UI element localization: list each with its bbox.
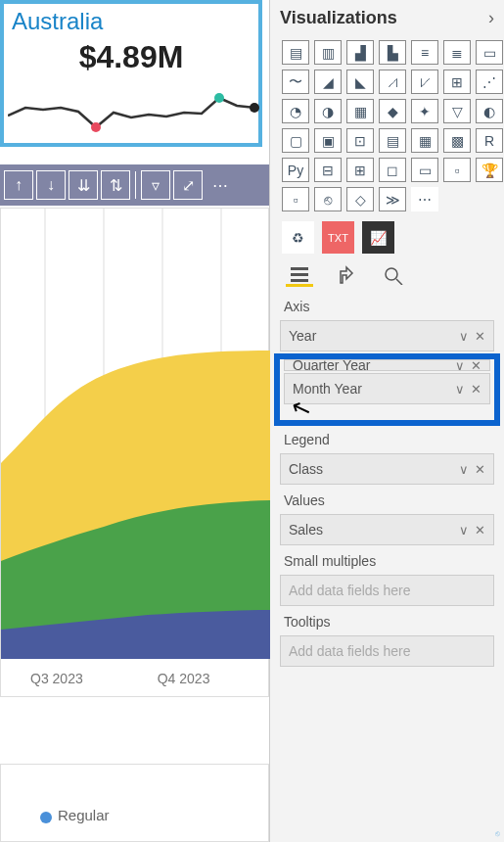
viz-smart-narrative[interactable]: ▭	[411, 158, 438, 182]
sort-all-desc-icon[interactable]: ⇊	[69, 170, 98, 200]
chevron-down-icon[interactable]: ∨	[455, 359, 465, 371]
viz-stacked-area[interactable]: ◣	[346, 70, 374, 94]
viz-multi-row-card[interactable]: ▣	[314, 128, 342, 153]
viz-trophy[interactable]: 🏆	[476, 158, 503, 182]
viz-ellipsis[interactable]: ⋯	[411, 187, 438, 211]
format-tab[interactable]	[333, 263, 360, 287]
viz-map[interactable]: ◆	[379, 99, 406, 123]
remove-field-icon[interactable]: ✕	[475, 523, 485, 538]
viz-waterfall[interactable]: ⊞	[443, 70, 471, 94]
viz-slicer[interactable]: ▤	[379, 128, 406, 153]
sort-desc-icon[interactable]: ↓	[36, 170, 66, 200]
values-field-sales[interactable]: Sales ∨✕	[280, 514, 494, 545]
viz-area[interactable]: ◢	[314, 70, 342, 94]
fields-tab[interactable]	[286, 263, 313, 287]
viz-pie[interactable]: ◔	[282, 99, 309, 123]
viz-clustered-column[interactable]: ▙	[379, 40, 406, 65]
viz-r-visual[interactable]: R	[476, 128, 503, 153]
viz-stacked-column[interactable]: ▟	[346, 40, 374, 65]
field-label: Class	[289, 461, 323, 477]
viz-donut[interactable]: ◑	[314, 99, 342, 123]
svg-point-2	[250, 103, 259, 113]
viz-power-apps[interactable]: ◇	[346, 187, 374, 211]
sort-toggle-icon[interactable]: ⇅	[101, 170, 130, 200]
filter-icon[interactable]: ▿	[141, 170, 170, 200]
viz-line-clustered[interactable]: ⩘	[379, 70, 406, 94]
remove-field-icon[interactable]: ✕	[475, 329, 485, 344]
visual-toolbar: ↑ ↓ ⇊ ⇅ ▿ ⤢ ⋯	[0, 164, 269, 206]
svg-point-1	[214, 93, 224, 103]
viz-gauge[interactable]: ◐	[476, 99, 503, 123]
watermark: ⎋	[495, 829, 500, 838]
remove-field-icon[interactable]: ✕	[471, 359, 481, 371]
viz-clustered-bar[interactable]: ▥	[314, 40, 342, 65]
field-label: Month Year	[293, 381, 362, 397]
report-canvas: Australia $4.89M ↑ ↓ ⇊ ⇅ ▿ ⤢ ⋯	[0, 0, 269, 842]
viz-table[interactable]: ▦	[411, 128, 438, 153]
viz-stacked-bar[interactable]: ▤	[282, 40, 309, 65]
viz-paginated[interactable]: ▫	[443, 158, 471, 182]
viz-txt-visual[interactable]: TXT	[322, 221, 354, 254]
axis-field-quarter-year[interactable]: Quarter Year ∨✕	[284, 359, 490, 371]
svg-point-0	[91, 122, 101, 132]
viz-stacked-column-100[interactable]: ≣	[443, 40, 471, 65]
viz-line[interactable]: 〜	[282, 70, 309, 94]
viz-more-visuals[interactable]: ≫	[379, 187, 406, 211]
sort-asc-icon[interactable]: ↑	[4, 170, 33, 200]
tooltips-section-label: Tooltips	[270, 608, 504, 633]
legend-visual[interactable]: Regular	[0, 764, 269, 842]
tooltips-dropzone[interactable]: Add data fields here	[280, 635, 494, 667]
viz-key-influencers[interactable]: ⊟	[314, 158, 342, 182]
area-chart-svg	[1, 209, 270, 669]
stacked-area-chart[interactable]: Q3 2023 Q4 2023	[0, 208, 269, 697]
viz-filled-map[interactable]: ✦	[411, 99, 438, 123]
viz-qna[interactable]: ◻	[379, 158, 406, 182]
viz-card[interactable]: ▢	[282, 128, 309, 153]
small-multiples-dropzone[interactable]: Add data fields here	[280, 575, 494, 606]
chevron-down-icon[interactable]: ∨	[459, 462, 469, 477]
legend-field-class[interactable]: Class ∨✕	[280, 453, 494, 485]
viz-matrix[interactable]: ▩	[443, 128, 471, 153]
kpi-card-australia[interactable]: Australia $4.89M	[0, 0, 262, 147]
viz-ai-visual[interactable]: 📈	[362, 221, 394, 254]
analytics-tab[interactable]	[380, 263, 407, 287]
custom-visual-row: ♻TXT📈	[270, 221, 504, 261]
remove-field-icon[interactable]: ✕	[471, 382, 481, 397]
viz-kpi[interactable]: ⊡	[346, 128, 374, 153]
remove-field-icon[interactable]: ✕	[475, 462, 485, 477]
viz-decomposition[interactable]: ⊞	[346, 158, 374, 182]
viz-report[interactable]: ▫	[282, 187, 309, 211]
field-label: Quarter Year	[293, 359, 370, 371]
viz-treemap[interactable]: ▦	[346, 99, 374, 123]
viz-line-stacked[interactable]: ⩗	[411, 70, 438, 94]
viz-scatter[interactable]: ⋰	[476, 70, 503, 94]
legend-section-label: Legend	[270, 426, 504, 451]
field-label: Sales	[289, 522, 323, 538]
kpi-title: Australia	[4, 4, 258, 39]
chevron-down-icon[interactable]: ∨	[455, 382, 465, 397]
viz-stacked-bar-100[interactable]: ≡	[411, 40, 438, 65]
viz-funnel[interactable]: ▽	[443, 99, 471, 123]
more-icon[interactable]: ⋯	[206, 170, 235, 200]
visual-type-grid: ▤▥▟▙≡≣▭〜◢◣⩘⩗⊞⋰◔◑▦◆✦▽◐▢▣⊡▤▦▩RPy⊟⊞◻▭▫🏆▫⎋◇≫…	[270, 36, 504, 221]
axis-section-label: Axis	[270, 293, 504, 318]
viz-ribbon[interactable]: ▭	[476, 40, 503, 65]
legend-label: Regular	[58, 807, 110, 823]
toolbar-sep	[135, 171, 136, 199]
x-axis-labels: Q3 2023 Q4 2023	[1, 671, 268, 686]
axis-field-month-year[interactable]: Month Year ∨✕	[284, 373, 490, 404]
focus-icon[interactable]: ⤢	[173, 170, 203, 200]
viz-refresh-visual[interactable]: ♻	[282, 221, 314, 254]
viz-power-automate[interactable]: ⎋	[314, 187, 342, 211]
small-multiples-section-label: Small multiples	[270, 547, 504, 573]
collapse-panel-icon[interactable]: ›	[488, 8, 494, 28]
svg-point-10	[386, 268, 397, 280]
placeholder-text: Add data fields here	[289, 583, 411, 598]
field-label: Year	[289, 328, 316, 344]
viz-python[interactable]: Py	[282, 158, 309, 182]
panel-tabs	[270, 261, 504, 293]
chevron-down-icon[interactable]: ∨	[459, 329, 469, 344]
chevron-down-icon[interactable]: ∨	[459, 523, 469, 538]
placeholder-text: Add data fields here	[289, 643, 411, 659]
axis-field-year[interactable]: Year ∨✕	[280, 320, 494, 351]
